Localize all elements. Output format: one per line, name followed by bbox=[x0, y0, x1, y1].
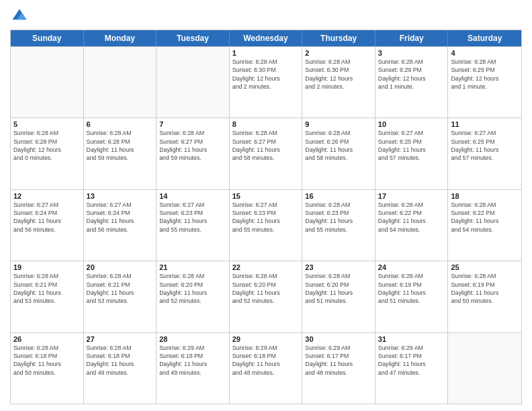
day-info: Sunrise: 6:28 AM Sunset: 6:20 PM Dayligh… bbox=[159, 272, 226, 305]
day-number: 7 bbox=[159, 120, 226, 128]
day-header-tuesday: Tuesday bbox=[157, 30, 230, 46]
day-number: 24 bbox=[378, 263, 445, 271]
calendar: SundayMondayTuesdayWednesdayThursdayFrid… bbox=[10, 30, 522, 404]
day-12: 12Sunrise: 6:27 AM Sunset: 6:24 PM Dayli… bbox=[11, 190, 84, 261]
day-info: Sunrise: 6:28 AM Sunset: 6:27 PM Dayligh… bbox=[232, 129, 300, 162]
day-4: 4Sunrise: 6:28 AM Sunset: 6:29 PM Daylig… bbox=[448, 47, 521, 118]
day-info: Sunrise: 6:27 AM Sunset: 6:23 PM Dayligh… bbox=[232, 201, 300, 234]
logo-icon bbox=[10, 7, 29, 26]
day-number: 23 bbox=[305, 263, 372, 271]
day-header-wednesday: Wednesday bbox=[230, 30, 303, 46]
day-info: Sunrise: 6:28 AM Sunset: 6:28 PM Dayligh… bbox=[13, 129, 81, 162]
day-23: 23Sunrise: 6:28 AM Sunset: 6:20 PM Dayli… bbox=[302, 261, 375, 332]
week-row-4: 19Sunrise: 6:28 AM Sunset: 6:21 PM Dayli… bbox=[11, 261, 521, 332]
day-info: Sunrise: 6:28 AM Sunset: 6:21 PM Dayligh… bbox=[13, 272, 81, 305]
day-info: Sunrise: 6:28 AM Sunset: 6:26 PM Dayligh… bbox=[305, 129, 372, 162]
day-info: Sunrise: 6:27 AM Sunset: 6:24 PM Dayligh… bbox=[13, 201, 81, 234]
day-11: 11Sunrise: 6:27 AM Sunset: 6:25 PM Dayli… bbox=[448, 118, 521, 189]
day-info: Sunrise: 6:27 AM Sunset: 6:25 PM Dayligh… bbox=[451, 129, 519, 162]
calendar-body: 1Sunrise: 6:28 AM Sunset: 6:30 PM Daylig… bbox=[11, 46, 521, 404]
day-info: Sunrise: 6:29 AM Sunset: 6:18 PM Dayligh… bbox=[232, 344, 300, 377]
day-info: Sunrise: 6:28 AM Sunset: 6:21 PM Dayligh… bbox=[87, 272, 154, 305]
calendar-header: SundayMondayTuesdayWednesdayThursdayFrid… bbox=[11, 30, 521, 46]
day-info: Sunrise: 6:28 AM Sunset: 6:22 PM Dayligh… bbox=[451, 201, 519, 234]
day-info: Sunrise: 6:29 AM Sunset: 6:17 PM Dayligh… bbox=[305, 344, 372, 377]
day-info: Sunrise: 6:28 AM Sunset: 6:27 PM Dayligh… bbox=[159, 129, 226, 162]
day-24: 24Sunrise: 6:28 AM Sunset: 6:19 PM Dayli… bbox=[375, 261, 449, 332]
day-6: 6Sunrise: 6:28 AM Sunset: 6:28 PM Daylig… bbox=[84, 118, 157, 189]
day-number: 27 bbox=[87, 335, 154, 343]
day-number: 18 bbox=[451, 192, 519, 200]
day-number: 4 bbox=[451, 49, 519, 57]
day-number: 13 bbox=[87, 192, 154, 200]
day-number: 14 bbox=[159, 192, 226, 200]
day-info: Sunrise: 6:28 AM Sunset: 6:22 PM Dayligh… bbox=[378, 201, 445, 234]
day-25: 25Sunrise: 6:28 AM Sunset: 6:19 PM Dayli… bbox=[448, 261, 521, 332]
empty-cell bbox=[84, 47, 157, 118]
day-number: 8 bbox=[232, 120, 300, 128]
week-row-2: 5Sunrise: 6:28 AM Sunset: 6:28 PM Daylig… bbox=[11, 118, 521, 189]
day-number: 10 bbox=[378, 120, 445, 128]
header bbox=[10, 7, 522, 26]
day-3: 3Sunrise: 6:28 AM Sunset: 6:29 PM Daylig… bbox=[375, 47, 449, 118]
day-number: 5 bbox=[13, 120, 81, 128]
day-number: 15 bbox=[232, 192, 300, 200]
day-number: 2 bbox=[305, 49, 372, 57]
day-number: 20 bbox=[87, 263, 154, 271]
day-number: 28 bbox=[159, 335, 226, 343]
day-info: Sunrise: 6:28 AM Sunset: 6:29 PM Dayligh… bbox=[378, 58, 445, 91]
day-number: 19 bbox=[13, 263, 81, 271]
day-26: 26Sunrise: 6:28 AM Sunset: 6:18 PM Dayli… bbox=[11, 333, 84, 404]
day-header-friday: Friday bbox=[375, 30, 449, 46]
day-7: 7Sunrise: 6:28 AM Sunset: 6:27 PM Daylig… bbox=[157, 118, 230, 189]
day-info: Sunrise: 6:28 AM Sunset: 6:19 PM Dayligh… bbox=[451, 272, 519, 305]
day-info: Sunrise: 6:28 AM Sunset: 6:18 PM Dayligh… bbox=[13, 344, 81, 377]
day-number: 31 bbox=[378, 335, 445, 343]
day-1: 1Sunrise: 6:28 AM Sunset: 6:30 PM Daylig… bbox=[230, 47, 303, 118]
day-header-sunday: Sunday bbox=[11, 30, 84, 46]
day-number: 1 bbox=[232, 49, 300, 57]
day-number: 25 bbox=[451, 263, 519, 271]
day-18: 18Sunrise: 6:28 AM Sunset: 6:22 PM Dayli… bbox=[448, 190, 521, 261]
logo bbox=[10, 7, 32, 26]
day-info: Sunrise: 6:28 AM Sunset: 6:18 PM Dayligh… bbox=[87, 344, 154, 377]
day-29: 29Sunrise: 6:29 AM Sunset: 6:18 PM Dayli… bbox=[230, 333, 303, 404]
day-number: 30 bbox=[305, 335, 372, 343]
day-info: Sunrise: 6:27 AM Sunset: 6:25 PM Dayligh… bbox=[378, 129, 445, 162]
day-15: 15Sunrise: 6:27 AM Sunset: 6:23 PM Dayli… bbox=[230, 190, 303, 261]
day-8: 8Sunrise: 6:28 AM Sunset: 6:27 PM Daylig… bbox=[230, 118, 303, 189]
week-row-1: 1Sunrise: 6:28 AM Sunset: 6:30 PM Daylig… bbox=[11, 46, 521, 118]
day-10: 10Sunrise: 6:27 AM Sunset: 6:25 PM Dayli… bbox=[375, 118, 449, 189]
day-13: 13Sunrise: 6:27 AM Sunset: 6:24 PM Dayli… bbox=[84, 190, 157, 261]
day-info: Sunrise: 6:29 AM Sunset: 6:18 PM Dayligh… bbox=[159, 344, 226, 377]
day-19: 19Sunrise: 6:28 AM Sunset: 6:21 PM Dayli… bbox=[11, 261, 84, 332]
day-30: 30Sunrise: 6:29 AM Sunset: 6:17 PM Dayli… bbox=[302, 333, 375, 404]
day-info: Sunrise: 6:28 AM Sunset: 6:19 PM Dayligh… bbox=[378, 272, 445, 305]
day-16: 16Sunrise: 6:28 AM Sunset: 6:23 PM Dayli… bbox=[302, 190, 375, 261]
day-number: 9 bbox=[305, 120, 372, 128]
day-info: Sunrise: 6:27 AM Sunset: 6:23 PM Dayligh… bbox=[159, 201, 226, 234]
day-21: 21Sunrise: 6:28 AM Sunset: 6:20 PM Dayli… bbox=[157, 261, 230, 332]
day-info: Sunrise: 6:29 AM Sunset: 6:17 PM Dayligh… bbox=[378, 344, 445, 377]
day-info: Sunrise: 6:27 AM Sunset: 6:24 PM Dayligh… bbox=[87, 201, 154, 234]
day-14: 14Sunrise: 6:27 AM Sunset: 6:23 PM Dayli… bbox=[157, 190, 230, 261]
day-info: Sunrise: 6:28 AM Sunset: 6:30 PM Dayligh… bbox=[305, 58, 372, 91]
day-header-saturday: Saturday bbox=[448, 30, 521, 46]
day-17: 17Sunrise: 6:28 AM Sunset: 6:22 PM Dayli… bbox=[375, 190, 449, 261]
day-number: 21 bbox=[159, 263, 226, 271]
empty-cell bbox=[11, 47, 84, 118]
day-27: 27Sunrise: 6:28 AM Sunset: 6:18 PM Dayli… bbox=[84, 333, 157, 404]
week-row-5: 26Sunrise: 6:28 AM Sunset: 6:18 PM Dayli… bbox=[11, 332, 521, 404]
day-31: 31Sunrise: 6:29 AM Sunset: 6:17 PM Dayli… bbox=[375, 333, 449, 404]
day-5: 5Sunrise: 6:28 AM Sunset: 6:28 PM Daylig… bbox=[11, 118, 84, 189]
day-20: 20Sunrise: 6:28 AM Sunset: 6:21 PM Dayli… bbox=[84, 261, 157, 332]
day-info: Sunrise: 6:28 AM Sunset: 6:20 PM Dayligh… bbox=[305, 272, 372, 305]
day-number: 12 bbox=[13, 192, 81, 200]
day-number: 6 bbox=[87, 120, 154, 128]
day-22: 22Sunrise: 6:28 AM Sunset: 6:20 PM Dayli… bbox=[230, 261, 303, 332]
empty-cell bbox=[157, 47, 230, 118]
day-info: Sunrise: 6:28 AM Sunset: 6:20 PM Dayligh… bbox=[232, 272, 300, 305]
page: SundayMondayTuesdayWednesdayThursdayFrid… bbox=[0, 0, 532, 411]
day-number: 3 bbox=[378, 49, 445, 57]
day-number: 11 bbox=[451, 120, 519, 128]
